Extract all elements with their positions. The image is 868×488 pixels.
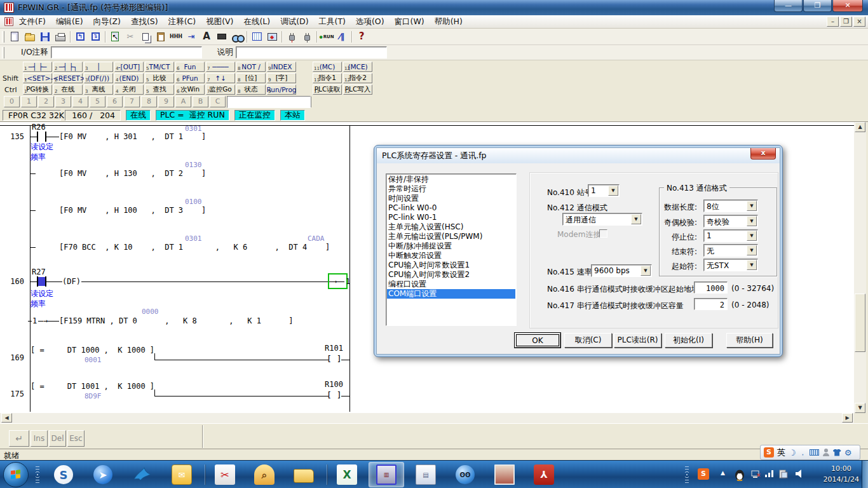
- minimize-button[interactable]: —: [774, 0, 803, 12]
- fkey-r3-1[interactable]: 1PG转换: [23, 85, 52, 95]
- data-length-combo[interactable]: 8位 ▼: [703, 200, 758, 212]
- enter-key-button[interactable]: ↵: [9, 430, 29, 447]
- dropdown-arrow-icon[interactable]: ▼: [747, 231, 757, 241]
- help-button[interactable]: ?: [354, 30, 369, 44]
- find-button[interactable]: [229, 30, 245, 44]
- menu-options[interactable]: 选项(O): [351, 15, 390, 29]
- mdi-minimize-button[interactable]: –: [827, 17, 839, 27]
- fkey-r2-11[interactable]: 11指令1: [313, 73, 342, 83]
- tray-qq-icon[interactable]: [735, 470, 745, 481]
- pause-mode-button[interactable]: ⁄‖: [334, 30, 349, 44]
- df-instruction[interactable]: (DF): [62, 277, 81, 286]
- fkey-r3-11[interactable]: 11PLC读取: [313, 85, 342, 95]
- instruction-f0-mv-2[interactable]: [F0 MV , H 130 , DT 2 ]: [59, 169, 206, 178]
- fkey-r3-9[interactable]: 9Run/Prog: [267, 85, 296, 95]
- taskbar-item-explorer[interactable]: [286, 462, 322, 487]
- dropdown-arrow-icon[interactable]: ▼: [608, 186, 618, 196]
- instruction-f0-mv-1[interactable]: [F0 MV , H 301 , DT 1 ]: [59, 132, 206, 141]
- copy-button[interactable]: [138, 30, 153, 44]
- taskbar-item-pdf[interactable]: ⅄: [526, 462, 562, 487]
- menu-search[interactable]: 查找(S): [126, 15, 163, 29]
- tray-signal-icon[interactable]: [765, 470, 774, 477]
- fkey-r3-2[interactable]: 2在线: [53, 85, 83, 95]
- jump-button[interactable]: ⇥: [184, 30, 199, 44]
- fkey-r1-8[interactable]: 8NOT /: [236, 62, 266, 72]
- close-button[interactable]: ✕: [832, 0, 863, 12]
- sogou-ime-icon[interactable]: S: [764, 447, 774, 458]
- halfwidth-moon-icon[interactable]: ☽: [789, 449, 796, 457]
- tool-menu-icon[interactable]: ⚙: [844, 449, 852, 457]
- vertical-scroll-thumb[interactable]: [855, 294, 865, 352]
- restore-button[interactable]: ❐: [803, 0, 832, 12]
- menu-tools[interactable]: 工具(T): [314, 15, 351, 29]
- comm-mode-combo[interactable]: 通用通信 ▼: [562, 213, 642, 226]
- taskbar-item-sogou[interactable]: S: [46, 462, 81, 487]
- select-mode-button[interactable]: ↖: [107, 30, 123, 44]
- english-mode-icon[interactable]: 英: [777, 447, 785, 458]
- scroll-up-button[interactable]: ▲: [855, 122, 865, 132]
- numkey-3[interactable]: 3: [55, 96, 71, 107]
- horizontal-scrollbar[interactable]: ◀ ▶: [0, 413, 854, 423]
- fkey-r2-3[interactable]: 3(DF(/)): [84, 73, 113, 83]
- taskbar-item-fpwin-active[interactable]: ▥: [369, 462, 404, 487]
- tray-sogou-icon[interactable]: S: [698, 468, 709, 480]
- fkey-r1-3[interactable]: 3│: [84, 62, 113, 72]
- instruction-f0-mv-3[interactable]: [F0 MV , H 100 , DT 3 ]: [59, 206, 206, 215]
- dialog-list-item[interactable]: 中断/脉冲捕捉设置: [387, 241, 515, 251]
- numkey-5[interactable]: 5: [90, 96, 105, 107]
- numkey-8[interactable]: 8: [141, 96, 157, 107]
- offline-button[interactable]: [299, 30, 315, 44]
- fkey-r1-1[interactable]: 1─┤ ├─: [23, 62, 52, 72]
- save-button[interactable]: [37, 30, 53, 44]
- fkey-r2-7[interactable]: 7↑↓: [206, 73, 235, 83]
- output-coil[interactable]: [ ]: [327, 391, 341, 400]
- cursor-selection-box[interactable]: [328, 273, 348, 289]
- print-button[interactable]: [53, 30, 68, 44]
- terminator-combo[interactable]: 无 ▼: [703, 244, 758, 257]
- parity-combo[interactable]: 奇校验 ▼: [703, 215, 758, 227]
- delete-key-button[interactable]: Del: [49, 430, 66, 447]
- dialog-list-item[interactable]: 异常时运行: [387, 184, 515, 194]
- station-number-combo[interactable]: 1 ▼: [588, 184, 620, 197]
- fkey-r2-12[interactable]: 12指令2: [343, 73, 372, 83]
- baud-rate-combo[interactable]: 9600 bps ▼: [591, 264, 652, 277]
- show-desktop-button[interactable]: [862, 461, 868, 488]
- dialog-list-item[interactable]: COM端口设置: [387, 289, 515, 299]
- numkey-2[interactable]: 2: [38, 96, 54, 107]
- dialog-list-item[interactable]: PC-link W0-0: [387, 203, 515, 213]
- tray-expand-icon[interactable]: ▲: [721, 470, 725, 476]
- dropdown-arrow-icon[interactable]: ▼: [641, 266, 651, 276]
- menu-wizard[interactable]: 向导(Z): [88, 15, 126, 29]
- insert-key-button[interactable]: Ins: [31, 430, 48, 447]
- initialize-button[interactable]: 初始化(I): [665, 333, 712, 348]
- dialog-list-item[interactable]: CPU输入时间常数设置2: [387, 270, 515, 280]
- open-file-button[interactable]: [22, 30, 37, 44]
- dialog-list-item[interactable]: 时间设置: [387, 194, 515, 203]
- dialog-list-item[interactable]: 主单元输入设置(HSC): [387, 222, 515, 232]
- tray-clock[interactable]: 10:00 2014/1/24: [824, 463, 859, 485]
- numkey-4[interactable]: 4: [72, 96, 88, 107]
- dialog-list-item[interactable]: 主单元输出设置(PLS/PWM): [387, 232, 515, 241]
- taskbar-item-photo[interactable]: [487, 462, 522, 487]
- dialog-list-item[interactable]: 编程口设置: [387, 280, 515, 289]
- paste-button[interactable]: [153, 30, 168, 44]
- dialog-list-item[interactable]: CPU输入时间常数设置1: [387, 261, 515, 270]
- stop-bit-combo[interactable]: 1 ▼: [703, 229, 758, 242]
- menu-debug[interactable]: 调试(D): [275, 15, 313, 29]
- fkey-r3-4[interactable]: 4关闭: [114, 85, 144, 95]
- menu-window[interactable]: 窗口(W): [390, 15, 430, 29]
- ok-button[interactable]: OK: [515, 333, 560, 348]
- fkey-r2-2[interactable]: 2-<RESET>: [53, 73, 83, 83]
- fkey-r2-1[interactable]: 1-<SET>: [23, 73, 52, 83]
- tray-speaker-icon[interactable]: [796, 470, 804, 478]
- cancel-button[interactable]: 取消(C): [564, 333, 612, 348]
- instruction-f70-bcc[interactable]: [F70 BCC , K 10 , DT 1 , K 6 , DT 4 ]: [59, 243, 330, 252]
- fkey-r3-12[interactable]: 12PLC写入: [343, 85, 372, 95]
- text-comment-button[interactable]: A: [199, 30, 214, 44]
- mdi-close-button[interactable]: ×: [853, 17, 865, 27]
- download-program-button[interactable]: ↴: [88, 30, 103, 44]
- upload-program-button[interactable]: ↰: [72, 30, 88, 44]
- rx-buffer-size-input[interactable]: [694, 298, 728, 310]
- tray-ime-icon[interactable]: [779, 470, 788, 478]
- dropdown-arrow-icon[interactable]: ▼: [747, 201, 757, 211]
